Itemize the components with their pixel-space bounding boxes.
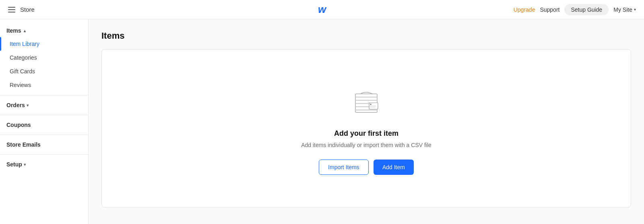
sidebar-divider-1: [0, 95, 88, 95]
logo-w-icon: w: [318, 3, 326, 15]
import-items-button[interactable]: Import Items: [319, 160, 369, 175]
empty-state-title: Add your first item: [334, 129, 398, 138]
add-item-button[interactable]: Add Item: [374, 160, 414, 175]
store-label: Store: [20, 6, 35, 13]
chevron-down-icon: ▾: [634, 7, 636, 12]
sidebar-section-orders[interactable]: Orders ▾: [0, 99, 88, 112]
main-content: Items: [89, 19, 644, 224]
sidebar-divider-2: [0, 115, 88, 115]
my-site-button[interactable]: My Site ▾: [613, 6, 636, 13]
empty-state-card: Add your first item Add items individual…: [101, 49, 631, 207]
sidebar-item-gift-cards[interactable]: Gift Cards: [0, 64, 88, 78]
empty-state-icon: [348, 82, 384, 120]
chevron-down-icon: ▾: [27, 103, 29, 108]
sidebar-divider-3: [0, 135, 88, 135]
setup-guide-button[interactable]: Setup Guide: [564, 4, 609, 15]
sidebar-section-items[interactable]: Items ▲: [0, 24, 88, 37]
sidebar-section-setup[interactable]: Setup ▾: [0, 158, 88, 171]
page-title: Items: [101, 31, 631, 41]
upgrade-link[interactable]: Upgrade: [514, 6, 535, 13]
main-layout: Items ▲ Item Library Categories Gift Car…: [0, 19, 644, 224]
chevron-up-icon: ▲: [23, 29, 27, 33]
empty-state-actions: Import Items Add Item: [319, 160, 414, 175]
support-link[interactable]: Support: [540, 6, 559, 13]
sidebar-item-reviews[interactable]: Reviews: [0, 78, 88, 92]
logo-center: w: [318, 3, 326, 16]
sidebar-item-categories[interactable]: Categories: [0, 51, 88, 64]
sidebar: Items ▲ Item Library Categories Gift Car…: [0, 19, 89, 224]
empty-state-subtitle: Add items individually or import them wi…: [301, 142, 431, 148]
sidebar-item-item-library[interactable]: Item Library: [0, 37, 88, 51]
nav-left: Store: [8, 6, 35, 13]
svg-point-7: [370, 104, 372, 105]
hamburger-icon[interactable]: [8, 7, 15, 12]
shirt-illustration: [348, 82, 384, 118]
top-nav: Store w Upgrade Support Setup Guide My S…: [0, 0, 644, 19]
chevron-down-icon-setup: ▾: [24, 162, 26, 167]
sidebar-section-coupons[interactable]: Coupons: [0, 118, 88, 131]
sidebar-divider-4: [0, 154, 88, 155]
sidebar-section-store-emails[interactable]: Store Emails: [0, 138, 88, 151]
nav-right: Upgrade Support Setup Guide My Site ▾: [514, 4, 636, 15]
